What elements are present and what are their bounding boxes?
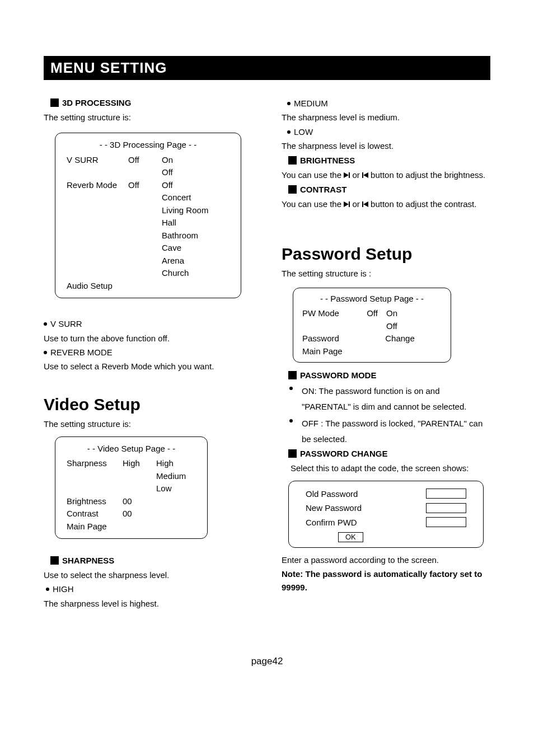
- opt: Church: [162, 267, 229, 280]
- subhead-password-change: PASSWORD CHANGE: [282, 449, 490, 458]
- play-right-icon: [344, 172, 349, 178]
- row-main-page: Main Page: [67, 520, 196, 533]
- heading-video-setup: Video Setup: [44, 395, 252, 414]
- intro-text: The setting structure is :: [282, 267, 490, 280]
- password-input-box[interactable]: [426, 489, 466, 499]
- square-bullet-icon: [288, 371, 297, 379]
- opt: Bathroom: [162, 229, 229, 242]
- play-left-icon: [363, 172, 368, 178]
- page: MENU SETTING 3D PROCESSING The setting s…: [0, 0, 534, 689]
- opt: Off: [162, 166, 229, 179]
- square-bullet-icon: [288, 449, 297, 458]
- page-footer: page42: [44, 656, 490, 667]
- bullet-dot-icon: [289, 387, 293, 390]
- row-audio-setup: Audio Setup: [67, 280, 229, 293]
- list-item: OFF : The password is locked, "PARENTAL"…: [282, 416, 490, 447]
- bullet-medium: MEDIUM: [282, 97, 490, 110]
- row-options: On Off: [162, 154, 229, 179]
- opt: Medium: [156, 470, 196, 483]
- bullet-dot-icon: [46, 588, 49, 591]
- heading-password-setup: Password Setup: [282, 245, 490, 264]
- bullet-name: HIGH: [53, 584, 74, 594]
- brightness-text: You can use the or button to adjust the …: [282, 168, 490, 181]
- row-label: Sharpness: [67, 457, 123, 495]
- subhead-3d-processing: 3D PROCESSING: [44, 98, 252, 107]
- square-bullet-icon: [288, 185, 297, 194]
- ok-button[interactable]: OK: [338, 532, 363, 542]
- row-label: V SURR: [67, 154, 128, 179]
- subhead-password-mode: PASSWORD MODE: [282, 370, 490, 380]
- text-part: button to adjust the brightness.: [368, 170, 485, 180]
- opt: High: [156, 457, 196, 470]
- subhead-text: PASSWORD CHANGE: [300, 449, 387, 458]
- label: New Password: [300, 501, 426, 515]
- intro-text: The setting structure is:: [44, 417, 252, 430]
- row-sharpness: Sharpness High High Medium Low: [67, 457, 196, 495]
- bullet-name: LOW: [294, 127, 313, 137]
- square-bullet-icon: [288, 156, 297, 165]
- bullet-low: LOW: [282, 125, 490, 138]
- panel-video-setup: - - Video Setup Page - - Sharpness High …: [55, 436, 208, 539]
- row-value: Change: [358, 332, 442, 345]
- row-brightness: Brightness 00: [67, 495, 196, 508]
- subhead-text: CONTRAST: [300, 185, 346, 194]
- ok-row: OK: [300, 529, 472, 544]
- row-current: Off: [358, 307, 386, 332]
- row-current: Off: [128, 154, 162, 179]
- text-part: You can use the: [282, 199, 344, 209]
- panel-title: - - Video Setup Page - -: [67, 443, 196, 456]
- pw-row-new: New Password: [300, 501, 472, 515]
- row-reverb: Reverb Mode Off Off Concert Living Room …: [67, 179, 229, 280]
- label: Confirm PWD: [300, 515, 426, 530]
- list-item: ON: The password function is on and "PAR…: [282, 383, 490, 415]
- bullet-dot-icon: [44, 351, 47, 354]
- list-text: ON: The password function is on and "PAR…: [302, 383, 490, 415]
- password-input-box[interactable]: [426, 503, 466, 513]
- right-column: MEDIUM The sharpness level is medium. LO…: [282, 96, 490, 611]
- bullet-text: Use to select a Reverb Mode which you wa…: [44, 360, 252, 373]
- play-right-icon: [344, 201, 349, 207]
- subhead-sharpness: SHARPNESS: [44, 556, 252, 565]
- subhead-text: PASSWORD MODE: [300, 370, 376, 380]
- low-text: The sharpness level is lowest.: [282, 139, 490, 152]
- opt: On: [162, 154, 229, 167]
- opt: Living Room: [162, 204, 229, 217]
- square-bullet-icon: [50, 556, 59, 565]
- text-part: You can use the: [282, 170, 344, 180]
- intro-text: The setting structure is:: [44, 111, 252, 124]
- row-vsurr: V SURR Off On Off: [67, 154, 229, 179]
- bullet-vsurr: V SURR: [44, 317, 252, 330]
- bullet-name: MEDIUM: [294, 98, 328, 108]
- opt: Concert: [162, 191, 229, 204]
- subhead-text: SHARPNESS: [62, 556, 114, 565]
- panel-title: - - Password Setup Page - -: [302, 293, 442, 306]
- password-input-box[interactable]: [426, 517, 466, 527]
- row-options: Off Concert Living Room Hall Bathroom Ca…: [162, 179, 229, 280]
- list-text: OFF : The password is locked, "PARENTAL"…: [302, 416, 490, 447]
- opt: Low: [156, 482, 196, 495]
- row-label: Password: [302, 332, 358, 345]
- opt: Arena: [162, 255, 229, 267]
- contrast-text: You can use the or button to adjust the …: [282, 198, 490, 210]
- bullet-dot-icon: [287, 102, 291, 105]
- row-current: High: [123, 457, 156, 495]
- square-bullet-icon: [50, 98, 59, 107]
- page-title-banner: MENU SETTING: [44, 56, 490, 80]
- row-label: Reverb Mode: [67, 179, 128, 280]
- row-label: PW Mode: [302, 307, 358, 332]
- bullet-high: HIGH: [44, 583, 252, 595]
- bullet-dot-icon: [287, 130, 291, 134]
- row-password: Password Change: [302, 332, 442, 345]
- text-part: or: [350, 199, 362, 209]
- opt: Hall: [162, 217, 229, 229]
- opt: On: [386, 307, 442, 320]
- row-main-page: Main Page: [302, 345, 442, 358]
- opt: Cave: [162, 242, 229, 255]
- password-mode-list: ON: The password function is on and "PAR…: [282, 383, 490, 447]
- row-current: Off: [128, 179, 162, 280]
- text-part: or: [350, 170, 362, 180]
- row-value: 00: [123, 508, 132, 520]
- panel-3d-processing: - - 3D Processing Page - - V SURR Off On…: [55, 133, 241, 298]
- pw-row-old: Old Password: [300, 487, 472, 501]
- subhead-text: 3D PROCESSING: [62, 98, 131, 107]
